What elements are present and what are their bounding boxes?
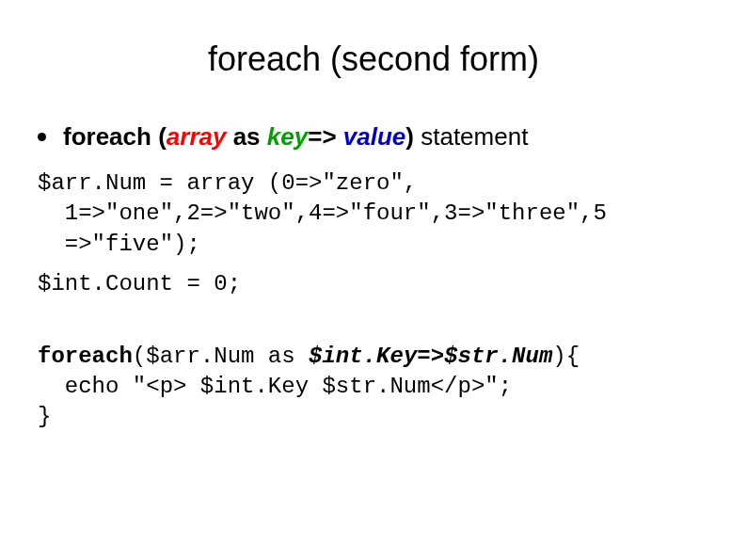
code-brace-open: ){ xyxy=(552,344,580,369)
bullet-part-key: key xyxy=(267,122,308,151)
bullet-part-value: value xyxy=(343,122,406,151)
code-block-foreach: foreach($arr.Num as $int.Key=>$str.Num){… xyxy=(38,342,709,433)
code-keyvalue: $int.Key=>$str.Num xyxy=(309,344,552,369)
bullet-item: foreach (array as key=> value) statement xyxy=(38,122,709,152)
code-block-arr: $arr.Num = array (0=>"zero", 1=>"one",2=… xyxy=(38,168,709,260)
bullet-dot-icon xyxy=(38,133,46,141)
bullet-part-statement: statement xyxy=(414,122,528,151)
bullet-part-as: as xyxy=(226,122,266,151)
bullet-part-foreach: foreach ( xyxy=(63,122,167,151)
code-paren-open: ($arr.Num as xyxy=(133,344,309,369)
code-block-count: $int.Count = 0; xyxy=(38,269,709,299)
slide-title: foreach (second form) xyxy=(0,40,747,79)
code-brace-close: } xyxy=(38,404,51,429)
bullet-part-paren: ) xyxy=(405,122,414,151)
code-kw-foreach: foreach xyxy=(38,344,133,369)
slide: foreach (second form) foreach (array as … xyxy=(0,0,747,560)
bullet-text: foreach (array as key=> value) statement xyxy=(63,122,528,152)
slide-content: foreach (array as key=> value) statement… xyxy=(38,122,709,433)
bullet-part-array: array xyxy=(167,122,227,151)
code-echo-line: echo "<p> $int.Key $str.Num</p>"; xyxy=(38,374,512,399)
bullet-part-arrow: => xyxy=(308,122,343,151)
